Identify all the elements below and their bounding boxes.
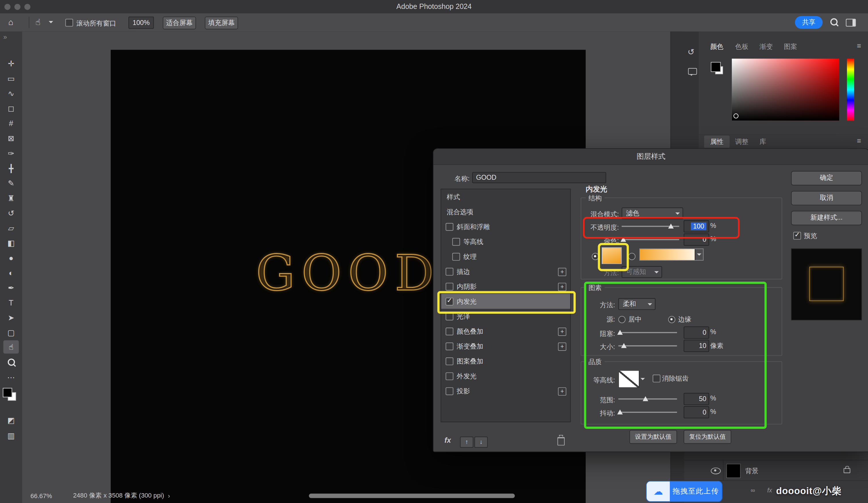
- zoom-level-box[interactable]: 100%: [128, 17, 154, 29]
- checkbox[interactable]: [445, 343, 453, 350]
- fit-screen-button[interactable]: 适合屏幕: [163, 17, 196, 29]
- move-style-down-button[interactable]: ↓: [475, 437, 488, 448]
- hand-tool-options-icon[interactable]: ☝: [35, 17, 41, 27]
- noise-slider[interactable]: [622, 234, 679, 243]
- layer-thumbnail[interactable]: [726, 464, 741, 478]
- contour-thumbnail[interactable]: [618, 370, 639, 388]
- jitter-slider[interactable]: [618, 407, 677, 416]
- chevron-down-icon[interactable]: [641, 378, 645, 382]
- choke-input[interactable]: 0: [684, 326, 709, 338]
- home-icon[interactable]: ⌂: [8, 17, 13, 27]
- scroll-all-windows-checkbox[interactable]: [65, 19, 73, 27]
- checkbox[interactable]: [445, 373, 453, 380]
- preview-checkbox[interactable]: [793, 232, 801, 240]
- hue-slider[interactable]: [847, 59, 854, 120]
- tab-libraries[interactable]: 库: [760, 137, 766, 147]
- gradient-radio[interactable]: [628, 253, 636, 260]
- path-selection-tool[interactable]: ➤: [0, 311, 22, 324]
- color-cursor[interactable]: [734, 113, 738, 118]
- link-layers-icon[interactable]: ∞: [751, 487, 755, 493]
- collapse-tools-icon[interactable]: »: [3, 33, 7, 41]
- style-item-stroke[interactable]: 描边+: [441, 264, 570, 279]
- foreground-color-swatch[interactable]: [3, 388, 12, 397]
- upload-drop-button[interactable]: ☁ 拖拽至此上传: [646, 481, 722, 502]
- saturation-brightness-field[interactable]: [732, 59, 839, 120]
- brush-tool[interactable]: ✎: [0, 177, 22, 190]
- tab-patterns[interactable]: 图案: [784, 42, 797, 51]
- add-effect-icon[interactable]: +: [558, 283, 566, 291]
- horizontal-scrollbar[interactable]: [309, 493, 515, 498]
- chevron-down-icon[interactable]: [49, 21, 53, 25]
- blur-tool[interactable]: ●: [0, 251, 22, 264]
- checkbox[interactable]: [445, 357, 453, 365]
- pen-tool[interactable]: ✒: [0, 281, 22, 294]
- style-item-blending-options[interactable]: 混合选项: [441, 204, 570, 219]
- history-panel-icon[interactable]: ↺: [688, 47, 694, 57]
- search-icon[interactable]: [830, 18, 838, 25]
- tab-properties[interactable]: 属性: [704, 136, 730, 148]
- layer-effects-icon[interactable]: fx: [767, 487, 772, 493]
- status-disclosure-icon[interactable]: ›: [168, 492, 170, 499]
- noise-input[interactable]: 0: [684, 233, 709, 245]
- more-tools[interactable]: ⋯: [0, 371, 22, 384]
- opacity-input[interactable]: 100: [684, 220, 709, 232]
- checkbox[interactable]: [445, 268, 453, 276]
- tab-adjustments[interactable]: 调整: [735, 137, 748, 147]
- eyedropper-tool[interactable]: ✑: [0, 147, 22, 160]
- style-item-contour[interactable]: 等高线: [441, 234, 570, 249]
- frame-tool[interactable]: ⊠: [0, 132, 22, 145]
- style-item-pattern-overlay[interactable]: 图案叠加: [441, 354, 570, 369]
- source-center-radio[interactable]: [618, 316, 626, 323]
- size-slider[interactable]: [618, 341, 677, 350]
- style-item-texture[interactable]: 纹理: [441, 249, 570, 264]
- move-tool[interactable]: ✛: [0, 57, 22, 70]
- checkbox[interactable]: [445, 387, 453, 395]
- lasso-tool[interactable]: ∿: [0, 87, 22, 100]
- gradient-picker[interactable]: [639, 248, 704, 260]
- range-input[interactable]: 50: [684, 393, 709, 405]
- style-item-bevel-emboss[interactable]: 斜面和浮雕: [441, 219, 570, 234]
- screen-mode-button[interactable]: ▥: [0, 429, 22, 442]
- add-effect-icon[interactable]: +: [558, 268, 566, 276]
- solid-color-radio[interactable]: [592, 253, 599, 260]
- panel-menu-icon[interactable]: ≡: [857, 42, 861, 50]
- add-effect-icon[interactable]: +: [558, 387, 566, 396]
- share-button[interactable]: 共享: [795, 16, 823, 29]
- tab-swatches[interactable]: 色板: [735, 42, 748, 51]
- dodge-tool[interactable]: ◐: [0, 266, 22, 279]
- tab-gradients[interactable]: 渐变: [760, 42, 773, 51]
- marquee-tool[interactable]: ▭: [0, 72, 22, 85]
- comments-panel-icon[interactable]: [688, 68, 697, 75]
- choke-slider[interactable]: [618, 327, 677, 336]
- blend-mode-dropdown[interactable]: 滤色: [622, 208, 683, 219]
- checkbox[interactable]: [452, 253, 460, 261]
- workspace-switcher-icon[interactable]: [846, 19, 856, 27]
- style-item-inner-glow[interactable]: 内发光: [441, 294, 570, 308]
- healing-brush-tool[interactable]: ╋: [0, 161, 22, 175]
- chevron-down-icon[interactable]: [695, 249, 703, 260]
- antialias-checkbox[interactable]: [653, 375, 660, 383]
- add-effect-icon[interactable]: +: [558, 327, 566, 336]
- style-item-outer-glow[interactable]: 外发光: [441, 369, 570, 384]
- fx-icon[interactable]: fx: [445, 436, 451, 444]
- ok-button[interactable]: 确定: [791, 171, 862, 186]
- checkbox[interactable]: [452, 238, 460, 246]
- crop-tool[interactable]: #: [0, 117, 22, 130]
- eraser-tool[interactable]: ▱: [0, 221, 22, 234]
- checkbox[interactable]: [445, 313, 453, 321]
- technique-dropdown[interactable]: 柔和: [618, 298, 655, 310]
- style-item-styles[interactable]: 样式: [441, 189, 570, 204]
- gradient-tool[interactable]: ◧: [0, 236, 22, 250]
- delete-style-icon[interactable]: [558, 437, 565, 446]
- foreground-background-colors[interactable]: [0, 387, 22, 405]
- style-item-inner-shadow[interactable]: 内阴影+: [441, 279, 570, 294]
- layer-visibility-icon[interactable]: [711, 468, 721, 474]
- add-effect-icon[interactable]: +: [558, 343, 566, 351]
- hand-tool[interactable]: ☝: [3, 340, 19, 354]
- checkbox[interactable]: [445, 298, 453, 305]
- set-default-button[interactable]: 设置为默认值: [629, 430, 677, 444]
- dialog-titlebar[interactable]: 图层样式: [433, 149, 868, 165]
- zoom-tool[interactable]: [0, 356, 22, 369]
- checkbox[interactable]: [445, 283, 453, 291]
- new-style-button[interactable]: 新建样式...: [791, 211, 862, 225]
